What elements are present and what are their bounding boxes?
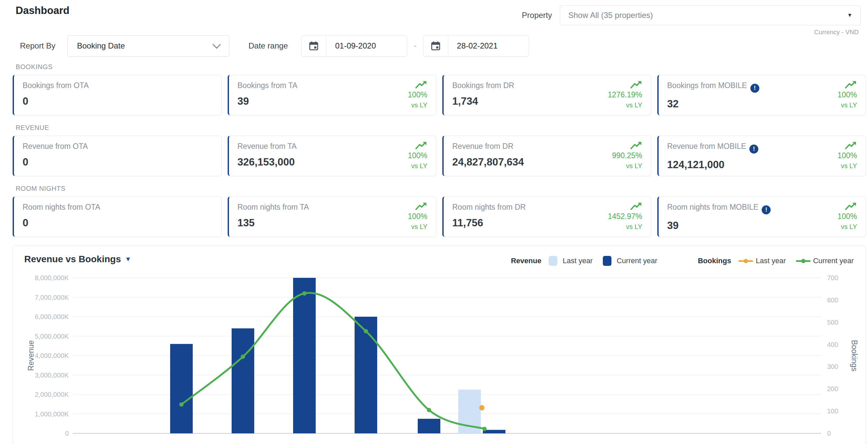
trending-up-icon	[630, 202, 642, 210]
legend-bookings-current-year[interactable]: Current year	[796, 257, 854, 265]
kpi-card: Room nights from MOBILE!39100%vs LY	[657, 196, 866, 237]
kpi-card: Bookings from OTA0	[12, 75, 222, 115]
trend-block: 1452.97%vs LY	[608, 202, 642, 231]
date-range-separator: -	[414, 41, 416, 50]
y-left-tick-label: 1,000,000K	[35, 410, 69, 418]
caret-down-icon: ▼	[847, 12, 852, 18]
kpi-card-label-text: Room nights from OTA	[23, 203, 100, 211]
property-label: Property	[522, 11, 552, 20]
trend-percent: 100%	[408, 212, 427, 221]
legend-bookings-last-year[interactable]: Last year	[738, 257, 786, 265]
dashboard-page: Dashboard Property Show All (35 properti…	[0, 0, 868, 444]
bar-revenue-current-year	[293, 278, 316, 433]
kpi-card-value: 0	[23, 217, 213, 229]
y-right-tick-label: 400	[827, 341, 838, 348]
kpi-card-label: Bookings from TA	[238, 81, 428, 90]
bar-revenue-current-year	[231, 328, 254, 433]
card-grid: Bookings from OTA0Bookings from TA39100%…	[12, 75, 866, 115]
legend-revenue-title: Revenue	[511, 257, 541, 265]
filter-row: Report By Booking Date Date range 01-09-…	[20, 35, 529, 57]
card-grid: Revenue from OTA0Revenue from TA326,153,…	[12, 136, 866, 176]
kpi-card-label: Revenue from TA	[238, 142, 428, 151]
bookings-current-year-point	[483, 427, 487, 431]
bookings-current-year-point	[427, 408, 431, 412]
y-right-tick-label: 0	[827, 430, 831, 437]
trending-up-icon	[415, 202, 427, 210]
y-left-tick-label: 0	[65, 430, 69, 437]
kpi-card-value: 0	[23, 156, 213, 168]
chart-title: Revenue vs Bookings	[24, 254, 121, 264]
y-left-tick-label: 7,000,000K	[35, 294, 69, 301]
legend-bookings-title: Bookings	[698, 257, 731, 265]
light-blue-swatch-icon	[549, 256, 557, 266]
kpi-section: REVENUERevenue from OTA0Revenue from TA3…	[12, 124, 866, 176]
date-range-label: Date range	[249, 41, 288, 51]
kpi-card-value: 39	[238, 95, 428, 107]
section-heading: BOOKINGS	[16, 63, 866, 71]
y-right-tick-label: 700	[827, 274, 838, 282]
info-badge-icon[interactable]: !	[750, 84, 760, 93]
trend-block: 1276.19%vs LY	[608, 81, 642, 109]
kpi-card-label: Bookings from MOBILE!	[667, 81, 857, 93]
kpi-section: BOOKINGSBookings from OTA0Bookings from …	[12, 63, 866, 115]
info-badge-icon[interactable]: !	[749, 145, 758, 154]
kpi-card: Bookings from TA39100%vs LY	[228, 75, 437, 115]
kpi-card: Revenue from TA326,153,000100%vs LY	[228, 136, 437, 176]
property-select-value: Show All (35 properties)	[568, 11, 653, 20]
trend-percent: 100%	[408, 90, 427, 99]
kpi-card-label-text: Revenue from DR	[452, 142, 514, 151]
chart-title-dropdown[interactable]: Revenue vs Bookings ▼	[24, 254, 131, 264]
bar-revenue-current-year	[170, 344, 193, 433]
legend-revenue-last-year[interactable]: Last year	[549, 256, 593, 266]
bookings-current-year-point	[364, 329, 368, 333]
y-left-tick-label: 2,000,000K	[35, 391, 69, 398]
trend-vs-ly: vs LY	[841, 162, 857, 170]
trend-block: 100%vs LY	[408, 202, 427, 231]
kpi-card-label: Revenue from MOBILE!	[667, 142, 857, 154]
trend-percent: 100%	[837, 212, 857, 221]
kpi-card: Room nights from OTA0	[12, 196, 222, 237]
bookings-current-year-line	[181, 293, 485, 429]
date-to-input[interactable]: 28-02-2021	[423, 35, 529, 57]
kpi-card-label: Revenue from OTA	[23, 142, 213, 151]
y-left-tick-label: 5,000,000K	[35, 333, 69, 340]
kpi-card-value: 32	[667, 98, 857, 110]
kpi-card-label-text: Room nights from TA	[238, 203, 309, 211]
kpi-card-label-text: Revenue from OTA	[23, 142, 88, 151]
trend-vs-ly: vs LY	[411, 162, 427, 170]
kpi-card-label-text: Revenue from MOBILE	[667, 142, 746, 151]
kpi-card: Revenue from OTA0	[12, 136, 222, 176]
kpi-card-label: Room nights from MOBILE!	[667, 203, 857, 214]
trending-up-icon	[630, 141, 642, 150]
kpi-card-label-text: Bookings from DR	[452, 81, 515, 90]
kpi-card-label: Bookings from OTA	[23, 81, 213, 90]
trend-block: 100%vs LY	[837, 141, 857, 170]
kpi-card-label: Room nights from OTA	[23, 203, 213, 212]
caret-down-icon: ▼	[125, 256, 131, 263]
trend-vs-ly: vs LY	[411, 223, 427, 231]
kpi-card: Room nights from DR11,7561452.97%vs LY	[442, 196, 651, 237]
kpi-card: Bookings from DR1,7341276.19%vs LY	[442, 75, 651, 115]
property-select[interactable]: Show All (35 properties) ▼	[560, 5, 861, 25]
info-badge-icon[interactable]: !	[762, 205, 771, 214]
trend-percent: 990.25%	[612, 151, 642, 160]
date-from-input[interactable]: 01-09-2020	[301, 35, 407, 57]
bookings-last-year-point	[479, 405, 485, 410]
trend-vs-ly: vs LY	[626, 223, 642, 231]
y-left-tick-label: 3,000,000K	[35, 372, 69, 379]
calendar-icon	[301, 36, 326, 56]
date-from-value: 01-09-2020	[326, 41, 407, 51]
legend-revenue-current-year[interactable]: Current year	[603, 256, 657, 266]
navy-swatch-icon	[603, 256, 612, 266]
trend-percent: 100%	[837, 90, 857, 99]
kpi-section: ROOM NIGHTSRoom nights from OTA0Room nig…	[12, 185, 866, 237]
y-right-tick-label: 500	[827, 319, 838, 326]
report-by-select[interactable]: Booking Date	[67, 35, 229, 57]
section-heading: ROOM NIGHTS	[16, 185, 866, 192]
chart-plot[interactable]: 8,000,000K7,000,000K6,000,000K5,000,000K…	[13, 246, 866, 444]
trend-vs-ly: vs LY	[841, 223, 857, 231]
y-left-tick-label: 6,000,000K	[35, 313, 69, 320]
trending-up-icon	[415, 141, 427, 150]
kpi-card: Revenue from DR24,827,807,634990.25%vs L…	[442, 136, 651, 176]
kpi-card: Room nights from TA135100%vs LY	[228, 196, 437, 237]
